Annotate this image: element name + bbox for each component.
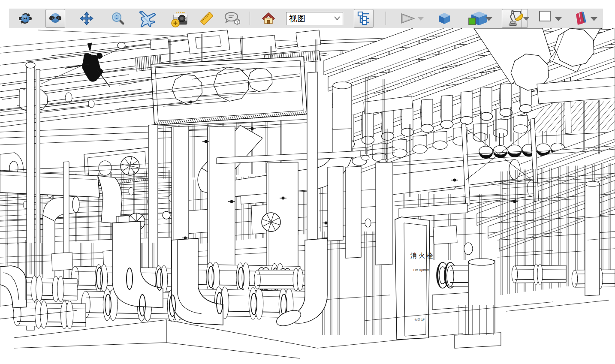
svg-text:Fire Hydrant: Fire Hydrant bbox=[413, 268, 429, 272]
svg-text:消火栓: 消火栓 bbox=[410, 252, 435, 259]
svg-text:大堂 1F: 大堂 1F bbox=[414, 318, 425, 321]
